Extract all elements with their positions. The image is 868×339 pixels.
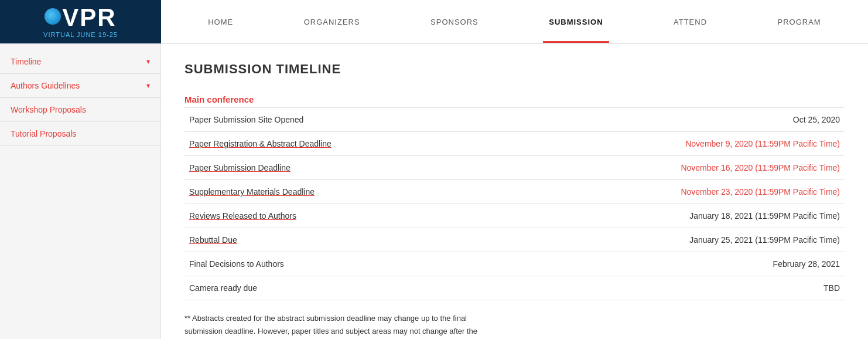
event-date: November 16, 2020 (11:59PM Pacific Time) xyxy=(580,156,845,180)
logo-text: VPR xyxy=(62,5,116,30)
logo-subtitle: VIRTUAL JUNE 19-25 xyxy=(43,31,118,38)
event-date: November 23, 2020 (11:59PM Pacific Time) xyxy=(580,180,845,204)
table-row: Paper Registration & Abstract DeadlineNo… xyxy=(184,132,845,156)
nav-item-home[interactable]: HOME xyxy=(202,1,239,43)
event-label: Paper Registration & Abstract Deadline xyxy=(184,132,580,156)
sidebar-item-label: Workshop Proposals xyxy=(11,105,86,114)
nav-item-attend[interactable]: ATTEND xyxy=(668,1,713,43)
note-text: ** Abstracts created for the abstract su… xyxy=(184,312,489,339)
event-date: Oct 25, 2020 xyxy=(580,108,845,132)
event-date: February 28, 2021 xyxy=(580,252,845,276)
event-date: TBD xyxy=(580,276,845,300)
table-row: Camera ready dueTBD xyxy=(184,276,845,300)
nav-item-sponsors[interactable]: SPONSORS xyxy=(425,1,484,43)
main-content: SUBMISSION TIMELINE Main conference Pape… xyxy=(161,44,868,339)
logo-inner: VPR VIRTUAL JUNE 19-25 xyxy=(43,5,118,38)
event-label: Reviews Released to Authors xyxy=(184,204,580,228)
section-label: Main conference xyxy=(184,94,845,104)
nav-area: HOMEORGANIZERSSPONSORSSUBMISSIONATTENDPR… xyxy=(161,0,868,43)
table-row: Final Decisions to AuthorsFebruary 28, 2… xyxy=(184,252,845,276)
nav-item-submission[interactable]: SUBMISSION xyxy=(543,1,609,43)
event-label: Supplementary Materials Deadline xyxy=(184,180,580,204)
header: VPR VIRTUAL JUNE 19-25 HOMEORGANIZERSSPO… xyxy=(0,0,868,44)
sidebar-item-label: Authors Guidelines xyxy=(11,81,80,90)
table-row: Paper Submission DeadlineNovember 16, 20… xyxy=(184,156,845,180)
event-date: January 18, 2021 (11:59PM Pacific Time) xyxy=(580,204,845,228)
page-title: SUBMISSION TIMELINE xyxy=(184,62,845,77)
sidebar-item-label: Timeline xyxy=(11,57,41,66)
event-date: January 25, 2021 (11:59PM Pacific Time) xyxy=(580,228,845,252)
table-row: Rebuttal DueJanuary 25, 2021 (11:59PM Pa… xyxy=(184,228,845,252)
chevron-down-icon: ▾ xyxy=(146,57,150,66)
timeline-table: Paper Submission Site OpenedOct 25, 2020… xyxy=(184,107,845,300)
nav-item-organizers[interactable]: ORGANIZERS xyxy=(298,1,366,43)
table-row: Reviews Released to AuthorsJanuary 18, 2… xyxy=(184,204,845,228)
sidebar-item-tutorial-proposals[interactable]: Tutorial Proposals xyxy=(0,122,160,146)
sidebar-item-workshop-proposals[interactable]: Workshop Proposals xyxy=(0,98,160,122)
layout: Timeline▾Authors Guidelines▾Workshop Pro… xyxy=(0,44,868,339)
logo-row: VPR xyxy=(45,5,116,30)
event-label: Camera ready due xyxy=(184,276,580,300)
event-label: Final Decisions to Authors xyxy=(184,252,580,276)
sidebar-item-label: Tutorial Proposals xyxy=(11,129,76,138)
table-row: Supplementary Materials DeadlineNovember… xyxy=(184,180,845,204)
sidebar-item-timeline[interactable]: Timeline▾ xyxy=(0,50,160,74)
sidebar: Timeline▾Authors Guidelines▾Workshop Pro… xyxy=(0,44,161,339)
sidebar-item-authors-guidelines[interactable]: Authors Guidelines▾ xyxy=(0,74,160,98)
chevron-down-icon: ▾ xyxy=(146,82,150,90)
event-label: Paper Submission Deadline xyxy=(184,156,580,180)
event-label: Paper Submission Site Opened xyxy=(184,108,580,132)
nav-item-program[interactable]: PROGRAM xyxy=(772,1,827,43)
globe-icon xyxy=(45,8,61,25)
event-label: Rebuttal Due xyxy=(184,228,580,252)
table-row: Paper Submission Site OpenedOct 25, 2020 xyxy=(184,108,845,132)
event-date: November 9, 2020 (11:59PM Pacific Time) xyxy=(580,132,845,156)
logo-area: VPR VIRTUAL JUNE 19-25 xyxy=(0,0,161,43)
